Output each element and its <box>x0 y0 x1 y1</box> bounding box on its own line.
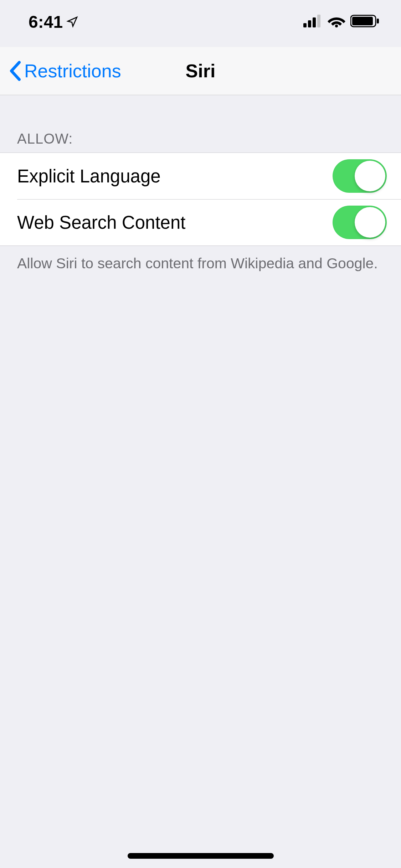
home-indicator <box>128 853 274 859</box>
status-left: 6:41 <box>29 12 78 32</box>
row-web-search-content[interactable]: Web Search Content <box>0 199 401 246</box>
switch-knob-icon <box>355 207 385 238</box>
location-arrow-icon <box>66 12 78 32</box>
svg-rect-7 <box>377 19 379 24</box>
toggle-explicit-language[interactable] <box>333 159 387 193</box>
status-bar: 6:41 <box>0 0 401 47</box>
row-label: Web Search Content <box>17 212 186 233</box>
row-label: Explicit Language <box>17 166 161 187</box>
settings-group: Explicit Language Web Search Content <box>0 153 401 246</box>
toggle-web-search-content[interactable] <box>333 206 387 239</box>
back-label: Restrictions <box>24 60 121 82</box>
nav-bar: Restrictions Siri <box>0 47 401 95</box>
status-time: 6:41 <box>29 12 63 32</box>
section-footer: Allow Siri to search content from Wikipe… <box>0 246 401 273</box>
svg-point-4 <box>335 25 338 27</box>
svg-rect-3 <box>317 15 320 27</box>
battery-icon <box>350 14 380 29</box>
svg-rect-2 <box>313 17 316 27</box>
svg-rect-0 <box>303 23 307 27</box>
status-right <box>303 14 380 29</box>
cellular-signal-icon <box>303 15 323 29</box>
switch-knob-icon <box>355 161 385 191</box>
svg-rect-6 <box>352 17 373 25</box>
row-explicit-language[interactable]: Explicit Language <box>0 153 401 199</box>
section-header-allow: ALLOW: <box>0 95 401 153</box>
chevron-left-icon <box>9 60 22 82</box>
wifi-icon <box>328 15 345 29</box>
svg-rect-1 <box>308 20 311 27</box>
back-button[interactable]: Restrictions <box>9 60 121 82</box>
